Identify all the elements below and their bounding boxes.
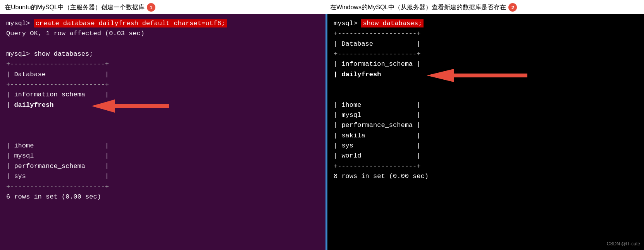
watermark: CSDN @IT-cute [607, 240, 640, 248]
right-db7: | sys | [334, 141, 638, 151]
left-arrow [91, 99, 169, 113]
left-show-cmd: mysql> show databases; [6, 49, 319, 59]
panels: mysql> create database dailyfresh defaul… [0, 14, 644, 250]
right-header: | Database | [334, 39, 638, 49]
right-db6: | sakila | [334, 131, 638, 141]
right-sep1: +--------------------+ [334, 29, 638, 39]
page-wrapper: 在Ubuntu的MySQL中（主服务器）创建一个数据库 1 在Windows的M… [0, 0, 644, 250]
right-db5: | performance_schema | [334, 120, 638, 130]
left-result-line: Query OK, 1 row affected (0.03 sec) [6, 29, 319, 39]
left-sep3: +------------------------+ [6, 182, 319, 192]
left-blank [6, 39, 319, 49]
svg-marker-0 [91, 99, 169, 113]
left-footer: 6 rows in set (0.00 sec) [6, 192, 319, 202]
left-terminal: mysql> create database dailyfresh defaul… [0, 14, 325, 250]
right-label: 在Windows的MySQL中（从服务器）查看新建的数据库是否存在 2 [325, 3, 644, 12]
left-sep1: +------------------------+ [6, 59, 319, 69]
right-footer: 8 rows in set (0.00 sec) [334, 171, 638, 182]
right-terminal: mysql> show databases; +----------------… [325, 14, 644, 250]
right-db1: | information_schema | [334, 59, 638, 69]
right-db2: | dailyfresh [334, 70, 638, 100]
right-cmd-line: mysql> show databases; [334, 19, 638, 29]
right-db8: | world | [334, 151, 638, 161]
left-badge: 1 [147, 3, 155, 12]
left-label: 在Ubuntu的MySQL中（主服务器）创建一个数据库 1 [0, 3, 325, 12]
right-prompt-1: mysql> [334, 20, 361, 27]
svg-marker-1 [427, 69, 527, 82]
right-sep3: +--------------------+ [334, 161, 638, 171]
right-db3: | ihome | [334, 100, 638, 110]
left-label-text: 在Ubuntu的MySQL中（主服务器）创建一个数据库 [5, 3, 145, 12]
top-labels: 在Ubuntu的MySQL中（主服务器）创建一个数据库 1 在Windows的M… [0, 0, 644, 14]
right-label-text: 在Windows的MySQL中（从服务器）查看新建的数据库是否存在 [330, 3, 506, 12]
left-db6: | sys | [6, 171, 319, 182]
left-prompt-1: mysql> [6, 20, 34, 27]
right-cmd-highlight: show databases; [361, 19, 424, 27]
right-badge: 2 [508, 3, 517, 12]
left-prompt-2: mysql> [6, 50, 34, 58]
left-cmd-highlight: create database dailyfresh default chars… [34, 19, 227, 27]
left-cmd-line: mysql> create database dailyfresh defaul… [6, 19, 319, 29]
right-db4: | mysql | [334, 110, 638, 120]
left-db5: | performance_schema | [6, 161, 319, 171]
right-sep2: +--------------------+ [334, 49, 638, 59]
left-db4: | mysql | [6, 151, 319, 161]
left-header: | Database | [6, 70, 319, 80]
left-db2: | dailyfresh [6, 100, 319, 141]
left-sep2: +------------------------+ [6, 80, 319, 90]
left-db1: | information_schema | [6, 90, 319, 100]
right-arrow [427, 69, 527, 82]
left-db3: | ihome | [6, 141, 319, 151]
